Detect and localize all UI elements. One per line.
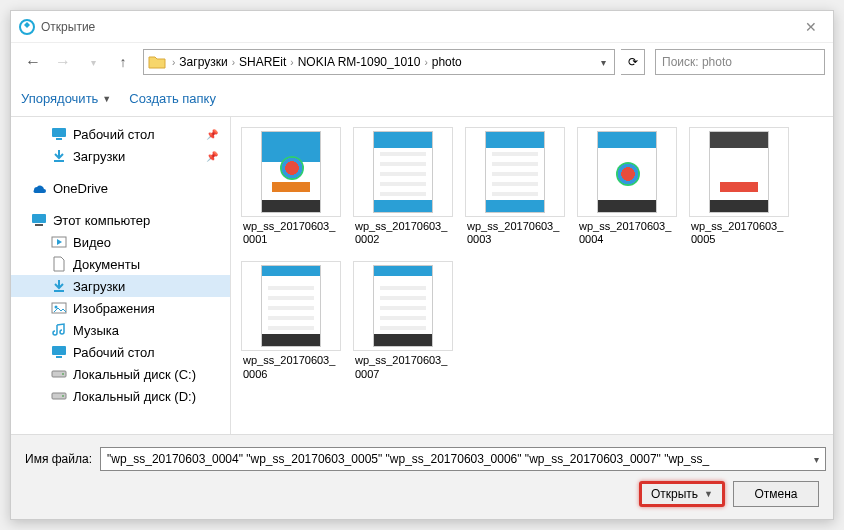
thumbnail: [353, 261, 453, 351]
thumbnail: [353, 127, 453, 217]
chevron-right-icon: ›: [290, 57, 293, 68]
file-item[interactable]: wp_ss_20170603_0004: [577, 127, 677, 249]
file-name: wp_ss_20170603_0001: [241, 217, 341, 249]
toolbar: Упорядочить ▼ Создать папку: [11, 81, 833, 117]
onedrive-icon: [31, 180, 47, 196]
pc-icon: [31, 212, 47, 228]
search-input[interactable]: Поиск: photo: [655, 49, 825, 75]
back-button[interactable]: ←: [19, 50, 47, 74]
file-name: wp_ss_20170603_0007: [353, 351, 453, 383]
window-title: Открытие: [41, 20, 95, 34]
breadcrumb-bar[interactable]: › Загрузки › SHAREit › NOKIA RM-1090_101…: [143, 49, 615, 75]
svg-rect-3: [32, 214, 46, 223]
body: Рабочий стол 📌 Загрузки 📌 OneDrive Этот …: [11, 117, 833, 437]
file-name: wp_ss_20170603_0004: [577, 217, 677, 249]
svg-point-13: [62, 395, 64, 397]
chevron-right-icon: ›: [424, 57, 427, 68]
svg-rect-2: [56, 138, 62, 140]
chevron-down-icon: ▼: [704, 489, 713, 499]
chevron-right-icon: ›: [172, 57, 175, 68]
disk-icon: [51, 366, 67, 382]
tree-thispc[interactable]: Этот компьютер: [11, 209, 230, 231]
breadcrumb-item[interactable]: photo: [430, 53, 464, 71]
tree-documents[interactable]: Документы: [11, 253, 230, 275]
bottom-panel: Имя файла: ▾ Открыть ▼ Отмена: [11, 434, 833, 519]
open-button[interactable]: Открыть ▼: [639, 481, 725, 507]
tree-downloads[interactable]: Загрузки 📌: [11, 145, 230, 167]
svg-rect-1: [52, 128, 66, 137]
thumbnail: [465, 127, 565, 217]
up-button[interactable]: ↑: [109, 50, 137, 74]
download-icon: [51, 148, 67, 164]
chevron-down-icon[interactable]: ▾: [597, 57, 610, 68]
forward-button[interactable]: →: [49, 50, 77, 74]
tree-desktop[interactable]: Рабочий стол 📌: [11, 123, 230, 145]
pin-icon: 📌: [206, 129, 218, 140]
tree-disk-d[interactable]: Локальный диск (D:): [11, 385, 230, 407]
refresh-button[interactable]: ⟳: [621, 49, 645, 75]
disk-icon: [51, 388, 67, 404]
music-icon: [51, 322, 67, 338]
pictures-icon: [51, 300, 67, 316]
tree-music[interactable]: Музыка: [11, 319, 230, 341]
document-icon: [51, 256, 67, 272]
file-item[interactable]: wp_ss_20170603_0002: [353, 127, 453, 249]
breadcrumb-item[interactable]: SHAREit: [237, 53, 288, 71]
file-name: wp_ss_20170603_0005: [689, 217, 789, 249]
chevron-down-icon: ▼: [102, 94, 111, 104]
recent-dropdown[interactable]: ▾: [79, 50, 107, 74]
tree-disk-c[interactable]: Локальный диск (C:): [11, 363, 230, 385]
chevron-right-icon: ›: [232, 57, 235, 68]
tree-videos[interactable]: Видео: [11, 231, 230, 253]
download-icon: [51, 278, 67, 294]
file-item[interactable]: wp_ss_20170603_0006: [241, 261, 341, 383]
desktop-icon: [51, 344, 67, 360]
file-name: wp_ss_20170603_0003: [465, 217, 565, 249]
tree-downloads-pc[interactable]: Загрузки: [11, 275, 230, 297]
file-name: wp_ss_20170603_0006: [241, 351, 341, 383]
titlebar: Открытие ✕: [11, 11, 833, 43]
tree-desktop2[interactable]: Рабочий стол: [11, 341, 230, 363]
file-item[interactable]: wp_ss_20170603_0001: [241, 127, 341, 249]
thumbnail: [577, 127, 677, 217]
tree-pictures[interactable]: Изображения: [11, 297, 230, 319]
svg-rect-9: [56, 356, 62, 358]
nav-row: ← → ▾ ↑ › Загрузки › SHAREit › NOKIA RM-…: [11, 43, 833, 81]
file-item[interactable]: wp_ss_20170603_0005: [689, 127, 789, 249]
file-item[interactable]: wp_ss_20170603_0003: [465, 127, 565, 249]
desktop-icon: [51, 126, 67, 142]
cancel-button[interactable]: Отмена: [733, 481, 819, 507]
tree-view[interactable]: Рабочий стол 📌 Загрузки 📌 OneDrive Этот …: [11, 117, 231, 437]
file-item[interactable]: wp_ss_20170603_0007: [353, 261, 453, 383]
breadcrumb-item[interactable]: NOKIA RM-1090_1010: [296, 53, 423, 71]
breadcrumb-item[interactable]: Загрузки: [177, 53, 229, 71]
app-icon: [19, 19, 35, 35]
svg-rect-8: [52, 346, 66, 355]
organize-button[interactable]: Упорядочить ▼: [21, 91, 111, 106]
pin-icon: 📌: [206, 151, 218, 162]
thumbnail: [241, 261, 341, 351]
open-dialog: Открытие ✕ ← → ▾ ↑ › Загрузки › SHAREit …: [10, 10, 834, 520]
video-icon: [51, 234, 67, 250]
svg-point-11: [62, 373, 64, 375]
folder-icon: [148, 54, 166, 70]
chevron-down-icon[interactable]: ▾: [814, 454, 819, 465]
thumbnail: [241, 127, 341, 217]
new-folder-button[interactable]: Создать папку: [129, 91, 216, 106]
file-grid[interactable]: wp_ss_20170603_0001wp_ss_20170603_0002wp…: [231, 117, 833, 437]
filename-input[interactable]: [100, 447, 826, 471]
filename-label: Имя файла:: [25, 452, 92, 466]
close-icon[interactable]: ✕: [797, 15, 825, 39]
thumbnail: [689, 127, 789, 217]
tree-onedrive[interactable]: OneDrive: [11, 177, 230, 199]
svg-point-7: [55, 306, 58, 309]
search-placeholder: Поиск: photo: [662, 55, 732, 69]
svg-rect-4: [35, 224, 43, 226]
file-name: wp_ss_20170603_0002: [353, 217, 453, 249]
